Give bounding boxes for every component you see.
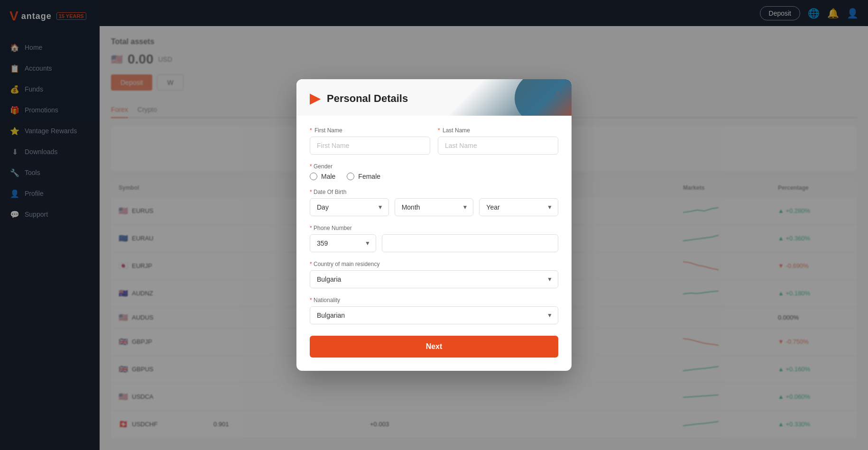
phone-code-wrapper: 359 ▼	[310, 234, 376, 252]
gender-female-label: Female	[358, 173, 380, 180]
dob-required-star: *	[310, 189, 312, 195]
first-name-required: *	[310, 127, 312, 134]
year-select-wrapper: Year ▼	[479, 198, 558, 216]
day-select[interactable]: Day	[310, 198, 389, 216]
nationality-group: * Nationality Bulgarian ▼	[310, 297, 558, 324]
first-name-group: * First Name	[310, 127, 430, 155]
country-group: * Country of main residency Bulgaria ▼	[310, 261, 558, 288]
modal-close-button[interactable]: ×	[551, 87, 564, 100]
gender-label: * Gender	[310, 163, 558, 170]
gender-female-radio[interactable]	[347, 173, 354, 180]
country-select[interactable]: Bulgaria	[310, 270, 558, 288]
last-name-label: * Last Name	[438, 127, 558, 134]
phone-group: * Phone Number 359 ▼	[310, 225, 558, 252]
month-select[interactable]: Month	[395, 198, 474, 216]
phone-code-select[interactable]: 359	[310, 234, 376, 252]
last-name-required: *	[438, 127, 440, 134]
modal-header: ▶ Personal Details ×	[296, 79, 572, 116]
nationality-select-wrapper: Bulgarian ▼	[310, 306, 558, 324]
gender-required-star: *	[310, 163, 312, 170]
phone-row: 359 ▼	[310, 234, 558, 252]
country-label: * Country of main residency	[310, 261, 558, 267]
name-row: * First Name * Last Name	[310, 127, 558, 155]
gender-female-option[interactable]: Female	[347, 173, 380, 180]
modal-body: * First Name * Last Name * Gend	[296, 116, 572, 371]
modal-logo-icon: ▶	[310, 91, 320, 106]
nationality-required-star: *	[310, 297, 312, 303]
month-select-wrapper: Month ▼	[395, 198, 474, 216]
gender-male-label: Male	[321, 173, 335, 180]
phone-label: * Phone Number	[310, 225, 558, 231]
modal-title: Personal Details	[327, 92, 408, 105]
dob-label: * Date Of Birth	[310, 189, 558, 195]
personal-details-modal: ▶ Personal Details × * First Name * Las	[296, 79, 572, 371]
gender-male-option[interactable]: Male	[310, 173, 335, 180]
phone-required-star: *	[310, 225, 312, 231]
last-name-group: * Last Name	[438, 127, 558, 155]
day-select-wrapper: Day ▼	[310, 198, 389, 216]
nationality-select[interactable]: Bulgarian	[310, 306, 558, 324]
phone-number-input[interactable]	[382, 234, 558, 252]
gender-options-row: Male Female	[310, 173, 558, 180]
year-select[interactable]: Year	[479, 198, 558, 216]
country-required-star: *	[310, 261, 312, 267]
first-name-input[interactable]	[310, 137, 430, 155]
gender-group: * Gender Male Female	[310, 163, 558, 180]
gender-male-radio[interactable]	[310, 173, 317, 180]
nationality-label: * Nationality	[310, 297, 558, 303]
country-select-wrapper: Bulgaria ▼	[310, 270, 558, 288]
first-name-label: * First Name	[310, 127, 430, 134]
next-button[interactable]: Next	[310, 336, 558, 358]
modal-overlay: ▶ Personal Details × * First Name * Las	[0, 0, 868, 450]
dob-group: * Date Of Birth Day ▼ Month ▼	[310, 189, 558, 216]
last-name-input[interactable]	[438, 137, 558, 155]
dob-selects-row: Day ▼ Month ▼ Year ▼	[310, 198, 558, 216]
